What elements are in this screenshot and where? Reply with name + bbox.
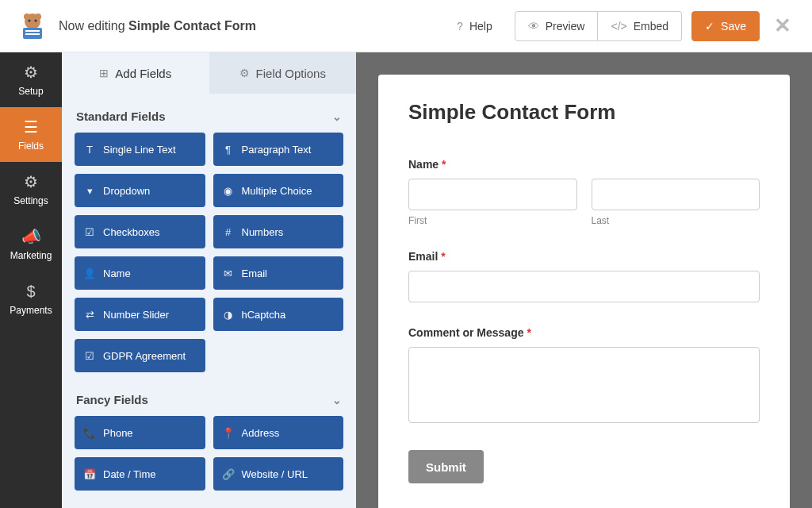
svg-point-1 [24,13,30,20]
editing-prefix: Now editing [59,19,128,33]
section-head-standard[interactable]: Standard Fields⌄ [75,106,343,133]
form-name: Simple Contact Form [128,19,256,33]
comment-label: Comment or Message * [408,326,760,339]
tab-field-options[interactable]: ⚙Field Options [209,52,357,94]
required-asterisk: * [527,326,530,339]
code-icon: </> [611,20,626,33]
preview-embed-group: 👁Preview </>Embed [515,11,682,41]
required-asterisk: * [441,250,445,263]
nav-marketing[interactable]: 📣Marketing [0,217,62,271]
sliders-icon: ⚙ [24,172,38,191]
logo [16,10,49,43]
nav-setup[interactable]: ⚙Setup [0,52,62,107]
field-paragraph-text[interactable]: ¶Paragraph Text [213,133,344,166]
eye-icon: 👁 [528,20,539,33]
dollar-icon: $ [26,283,35,301]
field-hcaptcha[interactable]: ◑hCaptcha [213,298,344,331]
section-fancy: Fancy Fields⌄ 📞Phone 📍Address 📅Date / Ti… [62,377,356,495]
nav-payments[interactable]: $Payments [0,271,62,326]
calendar-icon: 📅 [84,468,95,480]
embed-button[interactable]: </>Embed [598,11,682,41]
tab-add-fields[interactable]: ⊞Add Fields [62,52,209,94]
radio-icon: ◉ [223,185,234,197]
field-numbers[interactable]: #Numbers [213,215,344,248]
close-button[interactable]: ✕ [769,13,796,38]
svg-point-3 [29,19,31,21]
link-icon: 🔗 [223,468,234,480]
text-icon: T [84,144,95,156]
field-name[interactable]: 👤Name [75,256,205,290]
comment-textarea[interactable] [408,347,760,423]
pin-icon: 📍 [223,427,234,439]
svg-rect-7 [25,33,40,35]
nav-fields[interactable]: ☰Fields [0,107,62,162]
hash-icon: # [223,226,234,238]
fancy-grid: 📞Phone 📍Address 📅Date / Time 🔗Website / … [75,416,343,491]
user-icon: 👤 [84,267,95,279]
gear-icon: ⚙ [24,63,38,82]
field-comment-preview[interactable]: Comment or Message * [408,326,760,426]
body: ⚙Setup ☰Fields ⚙Settings 📣Marketing $Pay… [0,52,812,508]
help-icon: ? [457,20,463,33]
section-standard: Standard Fields⌄ TSingle Line Text ¶Para… [62,94,356,377]
nav-settings[interactable]: ⚙Settings [0,162,62,217]
field-address[interactable]: 📍Address [213,416,344,449]
field-email-preview[interactable]: Email * [408,250,760,302]
save-button[interactable]: ✓Save [691,11,760,41]
svg-rect-6 [25,30,40,32]
check-icon: ✓ [705,20,714,33]
topbar: Now editing Simple Contact Form ?Help 👁P… [0,0,812,52]
sidenav: ⚙Setup ☰Fields ⚙Settings 📣Marketing $Pay… [0,52,62,508]
list-icon: ☰ [24,117,38,137]
field-multiple-choice[interactable]: ◉Multiple Choice [213,174,344,207]
first-name-input[interactable] [408,179,577,210]
required-asterisk: * [442,158,446,171]
field-phone[interactable]: 📞Phone [75,416,205,449]
check-icon: ☑ [84,350,95,362]
email-input[interactable] [408,271,760,302]
first-sublabel: First [408,215,577,226]
bear-logo-icon [17,10,48,42]
form-title: Simple Contact Form [408,100,760,125]
sliders-icon: ⚙ [239,67,250,79]
field-website[interactable]: 🔗Website / URL [213,457,344,491]
page-title: Now editing Simple Contact Form [59,19,256,33]
field-email[interactable]: ✉Email [213,256,344,290]
svg-point-2 [35,13,41,20]
svg-point-4 [35,19,37,21]
panel-tabs: ⊞Add Fields ⚙Field Options [62,52,356,94]
slider-icon: ⇄ [84,309,95,321]
last-sublabel: Last [592,215,760,226]
form-canvas: Simple Contact Form Name * First Last Em… [356,52,812,508]
checkbox-icon: ☑ [84,226,95,238]
field-datetime[interactable]: 📅Date / Time [75,457,205,491]
field-gdpr[interactable]: ☑GDPR Agreement [75,339,205,372]
submit-button[interactable]: Submit [408,450,484,483]
form-preview: Simple Contact Form Name * First Last Em… [378,75,790,508]
mail-icon: ✉ [223,267,234,279]
chevron-down-icon: ⌄ [332,394,342,406]
paragraph-icon: ¶ [223,144,234,156]
shield-icon: ◑ [223,309,234,321]
last-name-input[interactable] [592,179,760,210]
email-label: Email * [408,250,760,263]
fields-panel: ⊞Add Fields ⚙Field Options Standard Fiel… [62,52,356,508]
name-label: Name * [408,158,760,171]
plus-box-icon: ⊞ [99,67,109,79]
preview-button[interactable]: 👁Preview [515,11,599,41]
field-name-preview[interactable]: Name * First Last [408,158,760,226]
chevron-down-icon: ⌄ [332,110,342,123]
field-number-slider[interactable]: ⇄Number Slider [75,298,205,331]
dropdown-icon: ▾ [84,185,95,197]
phone-icon: 📞 [84,427,95,439]
standard-grid: TSingle Line Text ¶Paragraph Text ▾Dropd… [75,133,343,372]
field-single-line-text[interactable]: TSingle Line Text [75,133,205,166]
app-root: Now editing Simple Contact Form ?Help 👁P… [0,0,812,508]
section-head-fancy[interactable]: Fancy Fields⌄ [75,390,343,416]
help-button[interactable]: ?Help [444,11,505,41]
field-checkboxes[interactable]: ☑Checkboxes [75,215,205,248]
megaphone-icon: 📣 [21,227,41,246]
field-dropdown[interactable]: ▾Dropdown [75,174,205,207]
